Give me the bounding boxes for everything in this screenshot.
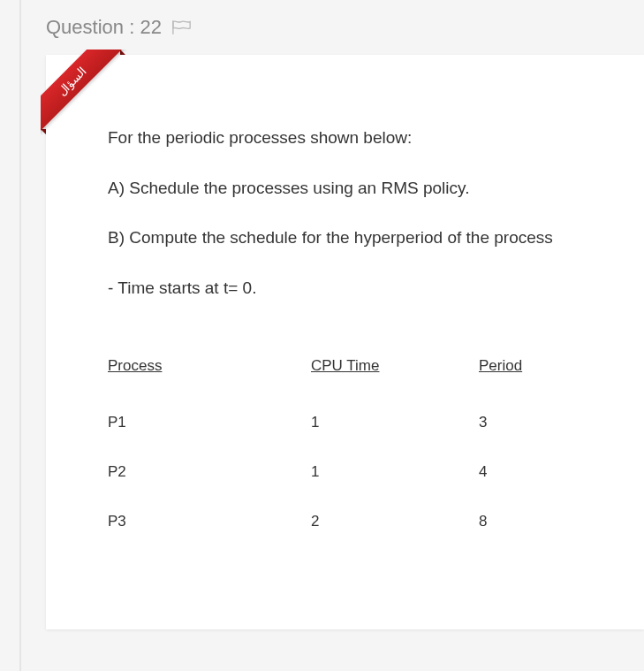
table-row: P2 1 4 [108,447,602,497]
table-header-row: Process CPU Time Period [108,345,602,387]
header-process: Process [108,357,284,375]
page-container: Question : 22 السؤال For the periodic pr… [0,0,644,629]
cell-period: 3 [461,414,602,431]
note-text: - Time starts at t= 0. [108,276,644,301]
cell-cpu: 1 [284,414,461,431]
cell-process: P3 [108,513,284,530]
part-a-text: A) Schedule the processes using an RMS p… [108,176,644,202]
cell-process: P1 [108,414,284,431]
process-table: Process CPU Time Period P1 1 3 P2 1 4 P3… [108,345,602,546]
ribbon-corner: السؤال [41,50,129,138]
cell-period: 4 [461,463,602,481]
cell-cpu: 1 [284,463,461,481]
sidebar-divider [19,0,21,671]
cell-process: P2 [108,463,284,481]
header-period: Period [461,357,602,375]
question-header: Question : 22 [19,0,644,55]
table-row: P3 2 8 [108,497,602,546]
question-body: For the periodic processes shown below: … [108,126,644,301]
question-label: Question : 22 [46,16,162,39]
question-card: السؤال For the periodic processes shown … [46,55,644,629]
table-row: P1 1 3 [108,398,602,447]
table-body: P1 1 3 P2 1 4 P3 2 8 [108,398,602,546]
cell-cpu: 2 [284,513,461,530]
flag-icon[interactable] [172,19,192,35]
intro-text: For the periodic processes shown below: [108,126,644,151]
ribbon-label: السؤال [41,50,125,133]
part-b-text: B) Compute the schedule for the hyperper… [108,225,644,251]
header-cpu-time: CPU Time [284,357,461,375]
cell-period: 8 [461,513,602,530]
